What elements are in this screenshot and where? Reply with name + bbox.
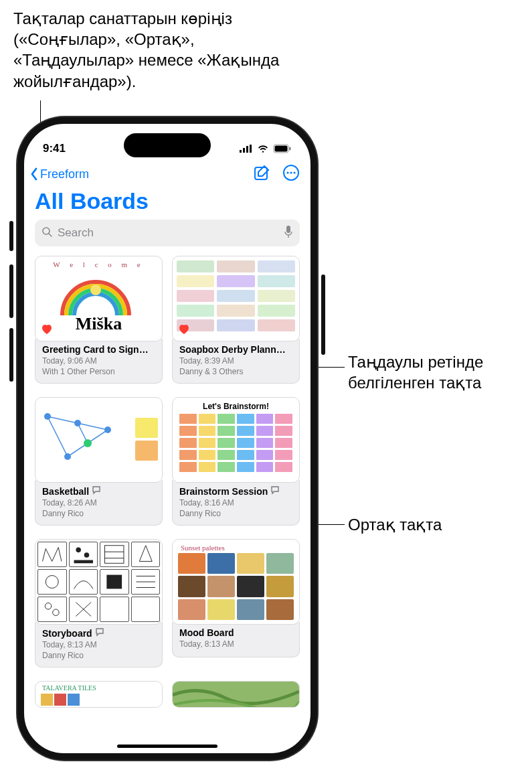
svg-rect-32 bbox=[106, 575, 122, 589]
board-title: Brainstorm Session bbox=[179, 485, 292, 497]
board-thumbnail: W e l c o m e Miška bbox=[35, 256, 163, 341]
board-card[interactable]: Let's Brainstorm! Brainstorm Session Tod… bbox=[172, 397, 300, 526]
svg-point-22 bbox=[64, 453, 71, 460]
annotation-categories: Тақталар санаттарын көріңіз («Соңғылар»,… bbox=[13, 8, 281, 92]
board-people: Danny Rico bbox=[42, 651, 155, 660]
board-card[interactable]: Storyboard Today, 8:13 AM Danny Rico bbox=[35, 539, 163, 668]
phone-silent-switch bbox=[9, 221, 13, 251]
svg-point-24 bbox=[74, 420, 81, 426]
back-label: Freeform bbox=[40, 167, 89, 181]
board-time: Today, 8:39 AM bbox=[179, 356, 292, 366]
board-time: Today, 8:13 AM bbox=[179, 639, 292, 649]
board-title: Soapbox Derby Plann… bbox=[179, 344, 292, 355]
svg-point-21 bbox=[104, 426, 111, 433]
battery-icon bbox=[273, 144, 292, 153]
more-button[interactable] bbox=[282, 164, 300, 184]
board-time: Today, 8:13 AM bbox=[42, 640, 155, 649]
board-thumbnail bbox=[35, 397, 163, 483]
board-card[interactable]: Soapbox Derby Plann… Today, 8:39 AM Dann… bbox=[172, 256, 300, 384]
svg-point-36 bbox=[45, 603, 51, 609]
status-time: 9:41 bbox=[43, 142, 66, 155]
phone-frame: 9:41 Freeform All Boards bbox=[17, 117, 317, 760]
svg-rect-13 bbox=[41, 410, 114, 470]
svg-point-12 bbox=[90, 285, 101, 295]
dictate-icon[interactable] bbox=[284, 225, 293, 241]
svg-point-31 bbox=[46, 576, 58, 589]
search-icon bbox=[41, 226, 52, 240]
board-title: Storyboard bbox=[42, 627, 155, 639]
board-card[interactable] bbox=[172, 681, 300, 708]
nav-bar: Freeform bbox=[24, 161, 311, 188]
wifi-icon bbox=[257, 144, 269, 153]
cellular-icon bbox=[240, 145, 253, 153]
page-title: All Boards bbox=[24, 188, 311, 220]
svg-rect-28 bbox=[105, 546, 124, 564]
phone-volume-down bbox=[9, 328, 13, 382]
svg-point-20 bbox=[44, 413, 51, 420]
home-indicator[interactable] bbox=[117, 745, 217, 748]
board-card[interactable]: TALAVERA TILES bbox=[35, 681, 163, 708]
svg-rect-10 bbox=[286, 226, 290, 233]
back-button[interactable]: Freeform bbox=[29, 167, 89, 181]
board-card[interactable]: Sunset palettes Mood Board Today, 8:13 A… bbox=[172, 539, 300, 668]
board-time: Today, 8:16 AM bbox=[179, 498, 292, 508]
phone-power-button bbox=[321, 275, 325, 355]
svg-rect-27 bbox=[74, 560, 92, 564]
svg-point-37 bbox=[53, 609, 59, 615]
heart-icon bbox=[41, 323, 53, 335]
board-people: Danny Rico bbox=[42, 509, 155, 518]
board-thumbnail bbox=[35, 539, 163, 625]
svg-point-25 bbox=[76, 548, 81, 553]
board-time: Today, 9:06 AM bbox=[42, 356, 155, 366]
board-title: Mood Board bbox=[179, 627, 292, 638]
chat-bubble-icon bbox=[270, 485, 280, 497]
board-people: With 1 Other Person bbox=[42, 367, 155, 376]
board-people: Danny & 3 Others bbox=[179, 367, 292, 376]
search-field[interactable]: Search bbox=[35, 220, 300, 246]
svg-point-23 bbox=[84, 439, 92, 447]
svg-point-6 bbox=[290, 171, 292, 173]
svg-rect-1 bbox=[275, 146, 288, 152]
board-thumbnail bbox=[172, 681, 300, 708]
annotation-shared: Ортақ тақта bbox=[348, 514, 522, 535]
board-people: Danny Rico bbox=[179, 509, 292, 518]
boards-grid: W e l c o m e Miška Greeting Card to Sig… bbox=[24, 256, 311, 721]
board-thumbnail: TALAVERA TILES bbox=[35, 681, 163, 708]
board-time: Today, 8:26 AM bbox=[42, 498, 155, 508]
search-placeholder: Search bbox=[58, 226, 278, 240]
heart-icon bbox=[178, 323, 190, 335]
new-board-button[interactable] bbox=[253, 164, 270, 184]
board-thumbnail bbox=[172, 256, 300, 341]
board-title: Greeting Card to Sign… bbox=[42, 344, 155, 355]
board-thumbnail: Sunset palettes bbox=[172, 539, 300, 625]
svg-point-5 bbox=[286, 171, 288, 173]
svg-point-7 bbox=[293, 171, 295, 173]
svg-line-9 bbox=[49, 234, 52, 236]
board-thumbnail: Let's Brainstorm! bbox=[172, 397, 300, 483]
chat-bubble-icon bbox=[95, 627, 104, 639]
dynamic-island bbox=[124, 133, 211, 157]
svg-point-26 bbox=[84, 552, 89, 558]
chat-bubble-icon bbox=[92, 485, 101, 497]
board-card[interactable]: W e l c o m e Miška Greeting Card to Sig… bbox=[35, 256, 163, 384]
board-card[interactable]: Basketball Today, 8:26 AM Danny Rico bbox=[35, 397, 163, 526]
annotation-favorite: Таңдаулы ретінде белгіленген тақта bbox=[348, 352, 522, 393]
phone-volume-up bbox=[9, 264, 13, 318]
svg-rect-2 bbox=[289, 147, 291, 151]
board-title: Basketball bbox=[42, 485, 155, 497]
